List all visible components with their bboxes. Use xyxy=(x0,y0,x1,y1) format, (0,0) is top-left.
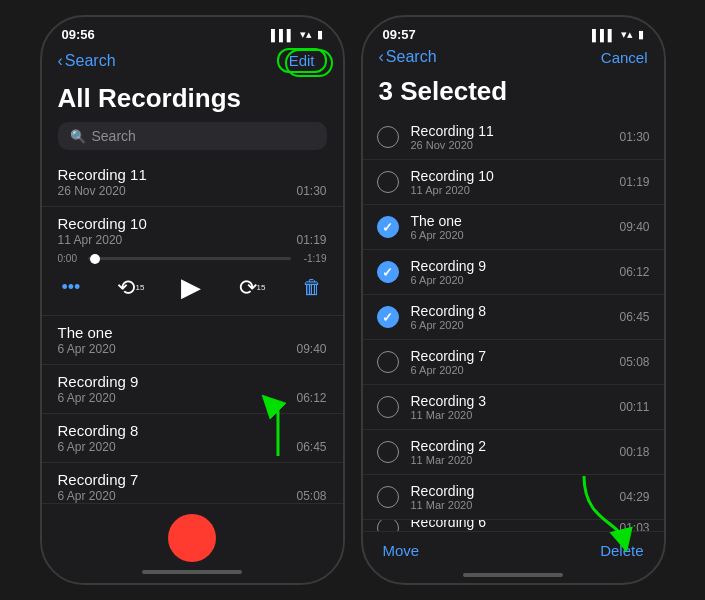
delete-button-ctrl[interactable]: 🗑 xyxy=(302,276,322,299)
selection-circle[interactable] xyxy=(377,171,399,193)
recording-duration: 06:12 xyxy=(296,391,326,405)
recording-date: 11 Apr 2020 xyxy=(58,233,123,247)
sel-date: 6 Apr 2020 xyxy=(411,229,608,241)
list-item[interactable]: Recording 8 6 Apr 2020 06:45 xyxy=(363,295,664,340)
sel-date: 6 Apr 2020 xyxy=(411,364,608,376)
sel-name: Recording 6 xyxy=(411,520,608,530)
search-link[interactable]: Search xyxy=(65,52,116,70)
selection-circle-selected[interactable] xyxy=(377,306,399,328)
list-item[interactable]: Recording 9 6 Apr 2020 06:12 xyxy=(363,250,664,295)
sel-duration: 00:18 xyxy=(619,445,649,459)
recording-date: 26 Nov 2020 xyxy=(58,184,126,198)
selection-circle-selected[interactable] xyxy=(377,216,399,238)
recording-date: 6 Apr 2020 xyxy=(58,391,116,405)
sel-name: Recording 9 xyxy=(411,258,608,274)
chevron-left-icon: ‹ xyxy=(58,52,63,70)
sel-date: 6 Apr 2020 xyxy=(411,319,608,331)
sel-name: Recording xyxy=(411,483,608,499)
list-item[interactable]: Recording 6 8 Nov 2019 01:03 xyxy=(363,520,664,531)
sel-duration: 00:11 xyxy=(619,400,649,414)
recording-meta: 26 Nov 2020 01:30 xyxy=(58,184,327,198)
wifi-icon: ▾▴ xyxy=(621,28,633,41)
selection-circle[interactable] xyxy=(377,441,399,463)
sel-name: The one xyxy=(411,213,608,229)
back-button-left[interactable]: ‹ Search xyxy=(58,52,116,70)
list-item[interactable]: Recording 11 26 Nov 2020 01:30 xyxy=(363,115,664,160)
sel-date: 26 Nov 2020 xyxy=(411,139,608,151)
selection-circle[interactable] xyxy=(377,486,399,508)
rewind-button[interactable]: ⟲15 xyxy=(117,275,144,301)
recording-duration: 01:30 xyxy=(296,184,326,198)
list-item[interactable]: Recording 11 26 Nov 2020 01:30 xyxy=(42,158,343,207)
list-item[interactable]: The one 6 Apr 2020 09:40 xyxy=(363,205,664,250)
selection-list: Recording 11 26 Nov 2020 01:30 Recording… xyxy=(363,115,664,531)
current-time: 0:00 xyxy=(58,253,82,264)
recording-name: Recording 11 xyxy=(58,166,327,183)
move-button[interactable]: Move xyxy=(383,542,420,559)
sel-date: 11 Mar 2020 xyxy=(411,454,608,466)
edit-button[interactable]: Edit xyxy=(277,48,327,73)
list-item[interactable]: Recording 10 11 Apr 2020 01:19 0:00 -1:1… xyxy=(42,207,343,316)
selection-circle[interactable] xyxy=(377,520,399,531)
delete-button[interactable]: Delete xyxy=(600,542,643,559)
search-bar[interactable]: 🔍 Search xyxy=(58,122,327,150)
recording-name: The one xyxy=(58,324,327,341)
sel-duration: 06:45 xyxy=(619,310,649,324)
sel-duration: 01:30 xyxy=(619,130,649,144)
recording-duration: 01:19 xyxy=(296,233,326,247)
recording-duration: 05:08 xyxy=(296,489,326,503)
selection-circle[interactable] xyxy=(377,351,399,373)
sel-date: 11 Apr 2020 xyxy=(411,184,608,196)
signal-icon: ▌▌▌ xyxy=(592,29,615,41)
recording-name: Recording 9 xyxy=(58,373,327,390)
search-link-right[interactable]: Search xyxy=(386,48,437,66)
bottom-bar-left xyxy=(42,503,343,583)
cancel-button[interactable]: Cancel xyxy=(601,49,648,66)
home-indicator-right xyxy=(463,573,563,577)
sel-info: Recording 3 11 Mar 2020 xyxy=(411,393,608,421)
left-phone: 09:56 ▌▌▌ ▾▴ ▮ ‹ Search Edit All Recordi… xyxy=(40,15,345,585)
sel-duration: 01:19 xyxy=(619,175,649,189)
list-item[interactable]: Recording 2 11 Mar 2020 00:18 xyxy=(363,430,664,475)
sel-date: 11 Mar 2020 xyxy=(411,499,608,511)
chevron-left-icon: ‹ xyxy=(379,48,384,66)
list-item[interactable]: Recording 10 11 Apr 2020 01:19 xyxy=(363,160,664,205)
list-item[interactable]: The one 6 Apr 2020 09:40 xyxy=(42,316,343,365)
progress-track[interactable] xyxy=(88,257,291,260)
sel-duration: 04:29 xyxy=(619,490,649,504)
selection-circle[interactable] xyxy=(377,126,399,148)
recording-date: 6 Apr 2020 xyxy=(58,440,116,454)
forward-button[interactable]: ⟳15 xyxy=(239,275,266,301)
selection-circle[interactable] xyxy=(377,396,399,418)
play-button[interactable]: ▶ xyxy=(181,272,201,303)
sel-name: Recording 11 xyxy=(411,123,608,139)
list-item[interactable]: Recording 9 6 Apr 2020 06:12 xyxy=(42,365,343,414)
sel-info: Recording 2 11 Mar 2020 xyxy=(411,438,608,466)
back-button-right[interactable]: ‹ Search xyxy=(379,48,437,66)
selection-circle-selected[interactable] xyxy=(377,261,399,283)
list-item[interactable]: Recording 7 6 Apr 2020 05:08 xyxy=(363,340,664,385)
wifi-icon: ▾▴ xyxy=(300,28,312,41)
sel-info: Recording 11 26 Nov 2020 xyxy=(411,123,608,151)
list-item[interactable]: Recording 8 6 Apr 2020 06:45 xyxy=(42,414,343,463)
battery-icon: ▮ xyxy=(638,28,644,41)
remaining-time: -1:19 xyxy=(297,253,327,264)
progress-bar: 0:00 -1:19 xyxy=(58,253,327,264)
recording-name: Recording 10 xyxy=(58,215,327,232)
recording-meta: 11 Apr 2020 01:19 xyxy=(58,233,327,247)
record-button[interactable] xyxy=(168,514,216,562)
recording-duration: 06:45 xyxy=(296,440,326,454)
sel-info: Recording 11 Mar 2020 xyxy=(411,483,608,511)
search-placeholder: Search xyxy=(92,128,136,144)
sel-name: Recording 8 xyxy=(411,303,608,319)
search-icon: 🔍 xyxy=(70,129,86,144)
progress-dot[interactable] xyxy=(90,254,100,264)
more-button[interactable]: ••• xyxy=(62,277,81,298)
list-item[interactable]: Recording 3 11 Mar 2020 00:11 xyxy=(363,385,664,430)
sel-info: Recording 6 8 Nov 2019 xyxy=(411,520,608,531)
controls-row: ••• ⟲15 ▶ ⟳15 🗑 xyxy=(58,272,327,303)
list-item[interactable]: Recording 11 Mar 2020 04:29 xyxy=(363,475,664,520)
sel-name: Recording 3 xyxy=(411,393,608,409)
list-item[interactable]: Recording 7 6 Apr 2020 05:08 xyxy=(42,463,343,503)
sel-duration: 09:40 xyxy=(619,220,649,234)
